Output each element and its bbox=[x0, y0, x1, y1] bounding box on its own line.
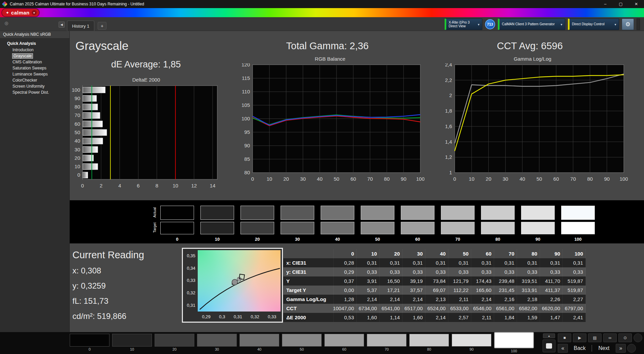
level-label: 50 bbox=[282, 347, 322, 351]
total-gamma-stat: Total Gamma: 2,36 bbox=[260, 40, 395, 52]
sidebar-item-spectral-power-dist[interactable]: Spectral Power Dist. bbox=[0, 89, 69, 95]
value-cell: 6561,00 bbox=[494, 304, 517, 313]
minimize-button[interactable]: – bbox=[598, 0, 613, 8]
svg-text:1,4: 1,4 bbox=[445, 139, 452, 145]
svg-text:2: 2 bbox=[100, 183, 102, 188]
back-chevrons-icon[interactable]: « bbox=[558, 344, 568, 353]
value-cell: 2,14 bbox=[380, 295, 402, 304]
pattern-generator-selector[interactable]: CalMAN Client 3 Pattern Generator ▾ bbox=[498, 19, 565, 30]
results-row-e-2000: ΔE 20000,531,601,141,602,142,572,111,841… bbox=[283, 313, 586, 322]
close-button[interactable]: ✕ bbox=[629, 0, 644, 8]
display-control-selector[interactable]: Direct Display Control ▾ bbox=[568, 19, 619, 30]
level-swatch bbox=[70, 334, 109, 347]
level-button-20[interactable]: 20 bbox=[155, 334, 194, 351]
svg-text:10: 10 bbox=[173, 183, 179, 188]
value-cell: 0,31 bbox=[380, 258, 402, 267]
sidebar-item-grayscale[interactable]: Grayscale bbox=[0, 53, 69, 59]
cie-y-tick-label: 0,34 bbox=[183, 266, 197, 271]
value-cell: 0,33 bbox=[425, 267, 448, 276]
svg-text:100: 100 bbox=[242, 116, 250, 121]
maximize-button[interactable]: ▢ bbox=[613, 0, 629, 8]
pattern-window-button[interactable] bbox=[543, 340, 555, 352]
results-row-x-cie31: x: CIE310,280,310,310,310,310,310,310,31… bbox=[283, 258, 586, 267]
settings-gear-button[interactable]: ⚙ bbox=[622, 19, 634, 30]
value-cell: 73,84 bbox=[425, 276, 448, 286]
column-header-30: 30 bbox=[402, 249, 425, 258]
meter-selector[interactable]: X-Rite i1Pro 3 Direct View ▾ bbox=[445, 19, 482, 30]
results-corner-cell bbox=[283, 249, 334, 258]
value-cell: 2,41 bbox=[563, 313, 586, 322]
svg-text:0: 0 bbox=[453, 176, 456, 182]
reading-cdm2: cd/m²: 519,866 bbox=[72, 312, 144, 321]
next-chevrons-icon[interactable]: » bbox=[616, 344, 626, 353]
sidebar-item-label: Screen Uniformity bbox=[12, 84, 44, 89]
play-button[interactable]: ▶ bbox=[573, 333, 586, 342]
target-swatch bbox=[561, 222, 595, 234]
toolbar-edge-button[interactable] bbox=[637, 19, 640, 30]
chevron-down-icon: ▾ bbox=[32, 10, 37, 15]
value-cell: 0,33 bbox=[563, 267, 586, 276]
sidebar-item-introduction[interactable]: Introduction bbox=[0, 47, 69, 53]
sidebar-item-luminance-sweeps[interactable]: Luminance Sweeps bbox=[0, 71, 69, 77]
sidebar-root-quick-analysis[interactable]: Quick Analysis bbox=[7, 41, 69, 46]
value-cell: 0,33 bbox=[357, 267, 380, 276]
back-button[interactable]: Back bbox=[569, 345, 590, 351]
bottom-bar: 0102030405060708090100 ▴ ■ ▶ ▤ ∞ ⊙ « Bac… bbox=[0, 332, 644, 354]
stop-button[interactable]: ■ bbox=[558, 333, 571, 342]
sidebar-item-colorchecker[interactable]: ColorChecker bbox=[0, 77, 69, 83]
cie-y-axis: 0,350,340,330,320,31 bbox=[183, 249, 197, 312]
gamma-chart-plot: 010203040506070809010011,21,41,61,822,22… bbox=[437, 63, 628, 182]
sidebar-collapse-button[interactable]: ◀ bbox=[59, 22, 65, 28]
level-button-60[interactable]: 60 bbox=[324, 334, 364, 351]
svg-text:0: 0 bbox=[77, 172, 80, 178]
calman-menu-button[interactable]: ✦ calman ▾ bbox=[2, 9, 39, 17]
swatch-level-label: 80 bbox=[481, 237, 515, 242]
target-swatch bbox=[441, 222, 475, 234]
level-button-90[interactable]: 90 bbox=[452, 334, 491, 351]
level-button-0[interactable]: 0 bbox=[70, 334, 109, 351]
value-cell: 0,33 bbox=[494, 267, 517, 276]
level-button-50[interactable]: 50 bbox=[282, 334, 322, 351]
sidebar-item-saturation-sweeps[interactable]: Saturation Sweeps bbox=[0, 65, 69, 71]
add-tab-button[interactable]: + bbox=[98, 22, 106, 30]
sidebar-item-screen-uniformity[interactable]: Screen Uniformity bbox=[0, 83, 69, 89]
link-button[interactable]: ∞ bbox=[603, 333, 617, 342]
level-button-40[interactable]: 40 bbox=[239, 334, 279, 351]
value-cell: 6546,00 bbox=[471, 304, 494, 313]
display-control-label: Direct Display Control bbox=[570, 19, 613, 30]
reading-x: x: 0,308 bbox=[72, 266, 144, 275]
level-swatch bbox=[155, 334, 194, 347]
svg-text:90: 90 bbox=[401, 176, 407, 182]
value-cell: 0,33 bbox=[448, 267, 471, 276]
results-row-target-y: Target Y0,005,3717,2137,5769,07112,22165… bbox=[283, 286, 586, 295]
tab-history-1[interactable]: History 1 bbox=[67, 21, 94, 31]
grayscale-column-100: 100 bbox=[561, 206, 595, 242]
actual-swatch bbox=[240, 206, 274, 220]
level-button-30[interactable]: 30 bbox=[197, 334, 237, 351]
results-row-y-cie31: y: CIE310,290,330,330,330,330,330,330,33… bbox=[283, 267, 586, 276]
svg-text:100: 100 bbox=[72, 87, 80, 93]
svg-text:70: 70 bbox=[367, 176, 373, 182]
value-cell: 2,26 bbox=[540, 295, 563, 304]
level-button-70[interactable]: 70 bbox=[367, 334, 407, 351]
value-cell: 0,28 bbox=[334, 258, 357, 267]
swatch-level-label: 90 bbox=[521, 237, 555, 242]
sidebar-tree: IntroductionGrayscaleCMS CalibrationSatu… bbox=[0, 47, 69, 95]
up-arrow-button[interactable]: ▴ bbox=[543, 333, 555, 338]
next-button[interactable]: Next bbox=[593, 345, 614, 351]
workspace-icon[interactable]: ◎ bbox=[3, 20, 9, 26]
level-button-80[interactable]: 80 bbox=[409, 334, 449, 351]
circle-button-top[interactable] bbox=[634, 333, 642, 342]
value-cell: 0,31 bbox=[425, 258, 448, 267]
meter-badge[interactable]: 713 bbox=[485, 19, 495, 29]
value-cell: 1,60 bbox=[357, 313, 380, 322]
svg-text:110: 110 bbox=[242, 89, 250, 94]
level-button-10[interactable]: 10 bbox=[112, 334, 152, 351]
sidebar-item-cms-calibration[interactable]: CMS Calibration bbox=[0, 59, 69, 65]
save-button[interactable]: ▤ bbox=[588, 333, 602, 342]
circle-button-bottom[interactable] bbox=[627, 344, 636, 353]
sidebar-item-label: CMS Calibration bbox=[12, 60, 42, 64]
power-button[interactable]: ⊙ bbox=[618, 333, 632, 342]
target-swatch bbox=[401, 222, 434, 234]
level-button-100[interactable]: 100 bbox=[494, 334, 534, 353]
